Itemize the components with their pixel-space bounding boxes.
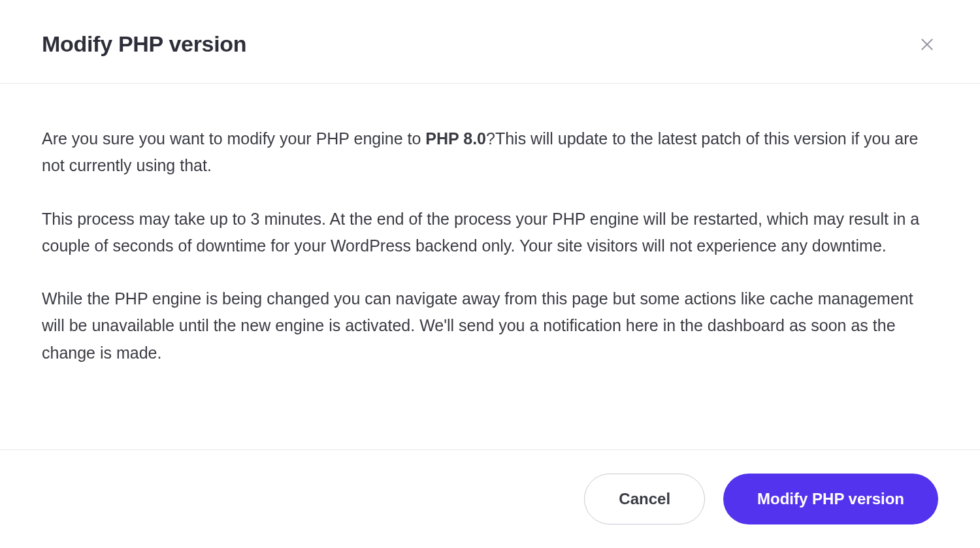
close-button[interactable] [916,33,938,56]
close-icon [919,36,936,53]
dialog-body: Are you sure you want to modify your PHP… [0,84,980,449]
cancel-button[interactable]: Cancel [584,474,705,524]
modify-php-dialog: Modify PHP version Are you sure you want… [0,0,980,548]
dialog-title: Modify PHP version [42,31,246,57]
dialog-header: Modify PHP version [0,0,980,84]
confirm-paragraph-1: Are you sure you want to modify your PHP… [42,125,938,180]
confirm-paragraph-2: This process may take up to 3 minutes. A… [42,206,938,260]
dialog-footer: Cancel Modify PHP version [0,449,980,548]
confirm-paragraph-3: While the PHP engine is being changed yo… [42,285,938,366]
php-version-bold: PHP 8.0 [425,129,486,148]
paragraph1-prefix: Are you sure you want to modify your PHP… [42,129,425,148]
confirm-modify-button[interactable]: Modify PHP version [723,474,938,524]
